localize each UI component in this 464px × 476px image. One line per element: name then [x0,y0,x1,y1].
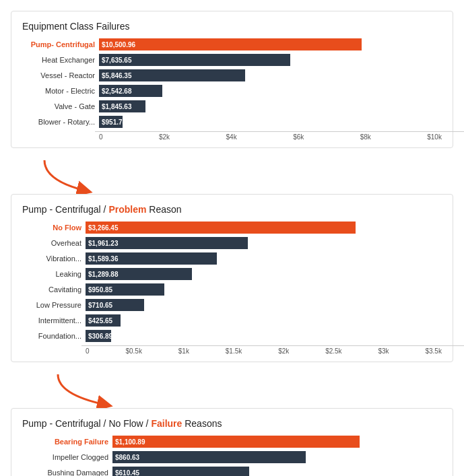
table-row: Impeller Clogged$860.63 [22,451,442,463]
axis-labels: 0$0.5k$1k$1.5k$2k$2.5k$3k$3.5k [86,347,442,355]
axis-label: $2k [159,133,170,141]
page-wrapper: Equipment Class Failures Pump- Centrifug… [11,11,453,476]
chart3-bars: Bearing Failure$1,100.89Impeller Clogged… [22,436,442,476]
bar: $710.65 [86,299,144,311]
bar-label: Leaking [22,270,81,278]
bar: $860.63 [112,451,306,463]
axis-label: $4k [226,133,237,141]
bar-value: $3,266.45 [88,224,119,232]
chart2-container: Pump - Centrifugal / Problem Reason No F… [11,194,453,362]
table-row: Overheat$1,961.23 [22,237,442,249]
bar-area: $860.63 [112,451,442,463]
bar-value: $610.45 [115,469,139,477]
bar: $1,100.89 [112,436,360,448]
bar-value: $1,589.36 [88,255,119,263]
table-row: Cavitating$950.85 [22,283,442,296]
bar-value: $1,100.89 [115,438,145,446]
axis-label: $0.5k [125,347,141,355]
bar-area: $5,846.35 [99,69,442,81]
bar-value: $7,635.65 [102,57,132,64]
bar-label: Blower - Rotary... [22,118,95,126]
axis-label: $2.5k [325,347,341,355]
bar-label: Valve - Gate [22,102,95,110]
table-row: Bushing Damaged$610.45 [22,467,442,476]
bar-value: $950.85 [88,286,112,294]
axis-label: $3k [378,347,389,355]
bar: $10,500.96 [99,38,362,50]
table-row: Motor - Electric$2,542.68 [22,85,442,97]
bar: $425.65 [86,314,121,327]
bar: $610.45 [112,467,249,476]
arrow2 [11,374,453,408]
bar-value: $951.78 [102,118,126,126]
bar-value: $1,289.88 [88,271,119,278]
bar-area: $1,289.88 [86,268,442,280]
bar-label: Bushing Damaged [22,469,108,476]
bar: $1,589.36 [86,252,217,265]
bar-area: $710.65 [86,299,442,311]
bar-area: $1,845.63 [99,100,442,112]
bar-value: $860.63 [115,454,139,461]
bar-label: Pump- Centrifugal [22,40,95,48]
chart2-bars: No Flow$3,266.45Overheat$1,961.23Vibrati… [22,222,442,355]
bar-label: Motor - Electric [22,87,95,95]
bar: $3,266.45 [86,222,356,234]
bar-label: No Flow [22,224,81,232]
bar-area: $3,266.45 [86,222,442,234]
bar: $1,961.23 [86,237,248,249]
axis-label: $6k [293,133,304,141]
bar-value: $5,846.35 [102,72,132,79]
bar-value: $710.65 [88,302,112,309]
bar-area: $950.85 [86,283,442,296]
bar-label: Low Pressure [22,301,81,309]
table-row: Leaking$1,289.88 [22,268,442,280]
axis-label: $3.5k [425,347,441,355]
bar: $950.85 [86,283,164,296]
bar-label: Intermittent... [22,316,81,325]
bar: $7,635.65 [99,54,290,66]
axis-label: $1.5k [226,347,242,355]
axis-line [95,131,464,132]
bar-area: $425.65 [86,314,442,327]
bar: $951.78 [99,116,123,128]
axis-label: 0 [99,133,103,141]
axis-label: 0 [86,347,90,355]
bar-label: Bearing Failure [22,438,108,446]
bar: $1,289.88 [86,268,192,280]
bar-value: $306.89 [88,333,112,340]
table-row: Pump- Centrifugal$10,500.96 [22,38,442,50]
bar-area: $7,635.65 [99,54,442,66]
table-row: No Flow$3,266.45 [22,222,442,234]
bar-value: $1,961.23 [88,240,119,247]
table-row: Low Pressure$710.65 [22,299,442,311]
bar-area: $2,542.68 [99,85,442,97]
bar-label: Vessel - Reactor [22,71,95,79]
arrow1 [11,160,453,194]
table-row: Blower - Rotary...$951.78 [22,116,442,128]
table-row: Foundation...$306.89 [22,330,442,342]
bar-value: $425.65 [88,317,112,325]
bar-label: Overheat [22,239,81,247]
chart2-title: Pump - Centrifugal / Problem Reason [22,204,442,215]
bar-area: $951.78 [99,116,442,128]
bar-area: $1,961.23 [86,237,442,249]
bar-area: $1,100.89 [112,436,442,448]
axis-label: $1k [178,347,189,355]
table-row: Vessel - Reactor$5,846.35 [22,69,442,81]
table-row: Vibration...$1,589.36 [22,252,442,265]
bar-area: $10,500.96 [99,38,442,50]
bar-value: $2,542.68 [102,88,132,95]
table-row: Heat Exchanger$7,635.65 [22,54,442,66]
chart1-title: Equipment Class Failures [22,21,442,32]
arrow2-svg [44,374,179,408]
bar: $1,845.63 [99,100,145,112]
bar-area: $610.45 [112,467,442,476]
axis-label: $10k [427,133,442,141]
table-row: Intermittent...$425.65 [22,314,442,327]
bar-label: Vibration... [22,254,81,263]
bar-area: $306.89 [86,330,442,342]
chart1-bars: Pump- Centrifugal$10,500.96Heat Exchange… [22,38,442,141]
bar: $306.89 [86,330,111,342]
arrow1-svg [31,160,166,194]
table-row: Valve - Gate$1,845.63 [22,100,442,112]
